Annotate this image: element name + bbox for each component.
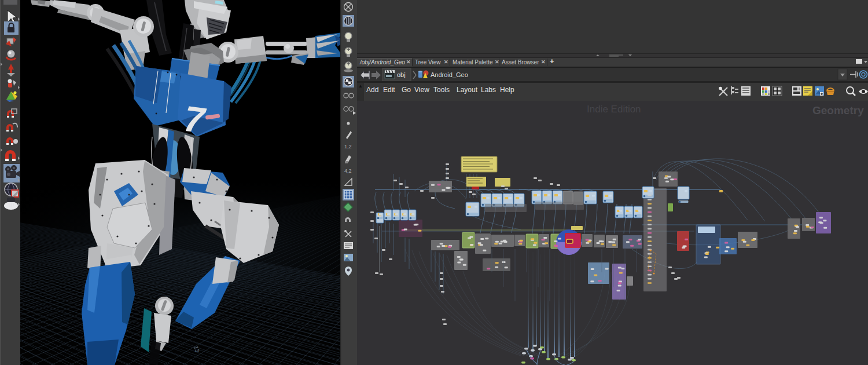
- svg-text:Android_Geo: Android_Geo: [431, 71, 468, 78]
- svg-text:4,2: 4,2: [344, 168, 352, 174]
- svg-text:1,2: 1,2: [344, 144, 352, 149]
- svg-text:obj: obj: [397, 71, 406, 78]
